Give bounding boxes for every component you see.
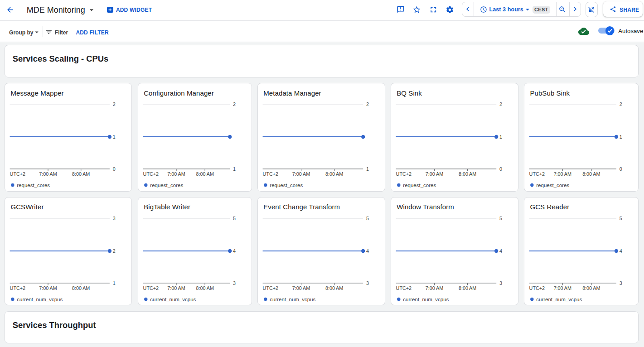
svg-text:5: 5: [233, 215, 236, 221]
svg-text:3: 3: [499, 280, 502, 285]
svg-text:current_num_vcpus: current_num_vcpus: [270, 296, 315, 302]
svg-text:2: 2: [366, 101, 369, 107]
svg-text:current_num_vcpus: current_num_vcpus: [536, 296, 582, 302]
svg-text:7:00 AM: 7:00 AM: [425, 171, 443, 177]
svg-text:8:00 AM: 8:00 AM: [325, 285, 343, 291]
svg-text:current_num_vcpus: current_num_vcpus: [17, 296, 63, 302]
svg-text:5: 5: [499, 215, 502, 221]
svg-text:2: 2: [619, 101, 622, 107]
svg-text:7:00 AM: 7:00 AM: [425, 285, 443, 291]
svg-text:3: 3: [366, 280, 369, 285]
svg-text:UTC+2: UTC+2: [10, 171, 25, 177]
svg-text:7:00 AM: 7:00 AM: [292, 171, 310, 177]
svg-text:request_cores: request_cores: [150, 183, 183, 188]
svg-text:8:00 AM: 8:00 AM: [582, 171, 600, 177]
svg-text:UTC+2: UTC+2: [396, 171, 412, 177]
svg-text:7:00 AM: 7:00 AM: [292, 285, 310, 291]
svg-text:7:00 AM: 7:00 AM: [39, 285, 57, 291]
svg-text:8:00 AM: 8:00 AM: [196, 171, 213, 177]
svg-text:1: 1: [366, 166, 369, 172]
svg-text:2: 2: [233, 101, 236, 107]
svg-text:2: 2: [112, 248, 115, 254]
svg-text:8:00 AM: 8:00 AM: [458, 171, 476, 177]
svg-text:current_num_vcpus: current_num_vcpus: [403, 296, 449, 302]
svg-text:UTC+2: UTC+2: [10, 285, 25, 291]
svg-text:8:00 AM: 8:00 AM: [196, 285, 213, 291]
svg-text:UTC+2: UTC+2: [262, 171, 278, 177]
svg-text:4: 4: [499, 248, 502, 254]
svg-text:2: 2: [112, 101, 115, 107]
svg-text:UTC+2: UTC+2: [529, 285, 544, 291]
svg-text:7:00 AM: 7:00 AM: [553, 285, 571, 291]
svg-text:4: 4: [366, 248, 369, 254]
svg-text:8:00 AM: 8:00 AM: [72, 285, 90, 291]
svg-text:8:00 AM: 8:00 AM: [458, 285, 476, 291]
svg-text:UTC+2: UTC+2: [529, 171, 544, 177]
svg-text:0: 0: [619, 166, 622, 172]
svg-text:1: 1: [233, 166, 236, 172]
svg-text:1: 1: [619, 134, 622, 140]
svg-text:current_num_vcpus: current_num_vcpus: [150, 296, 196, 302]
svg-text:request_cores: request_cores: [17, 183, 50, 188]
svg-text:8:00 AM: 8:00 AM: [582, 285, 600, 291]
svg-text:7:00 AM: 7:00 AM: [167, 171, 185, 177]
svg-text:3: 3: [619, 280, 622, 285]
svg-text:request_cores: request_cores: [536, 183, 569, 188]
svg-text:1: 1: [112, 134, 115, 140]
svg-text:UTC+2: UTC+2: [143, 171, 159, 177]
svg-text:3: 3: [233, 280, 236, 285]
svg-text:request_cores: request_cores: [270, 183, 303, 188]
svg-text:4: 4: [619, 248, 622, 254]
svg-text:8:00 AM: 8:00 AM: [325, 171, 343, 177]
svg-text:UTC+2: UTC+2: [262, 285, 278, 291]
svg-text:8:00 AM: 8:00 AM: [72, 171, 90, 177]
svg-text:2: 2: [499, 101, 502, 107]
svg-text:1: 1: [112, 280, 115, 285]
svg-text:7:00 AM: 7:00 AM: [39, 171, 57, 177]
svg-text:3: 3: [112, 215, 115, 221]
svg-text:0: 0: [112, 166, 115, 172]
svg-text:request_cores: request_cores: [403, 183, 436, 188]
svg-text:UTC+2: UTC+2: [143, 285, 159, 291]
svg-text:UTC+2: UTC+2: [396, 285, 412, 291]
svg-text:1: 1: [499, 134, 502, 140]
svg-text:0: 0: [499, 166, 502, 172]
svg-text:7:00 AM: 7:00 AM: [553, 171, 571, 177]
svg-text:7:00 AM: 7:00 AM: [167, 285, 185, 291]
svg-text:5: 5: [366, 215, 369, 221]
svg-text:4: 4: [233, 248, 236, 254]
svg-text:5: 5: [619, 215, 622, 221]
